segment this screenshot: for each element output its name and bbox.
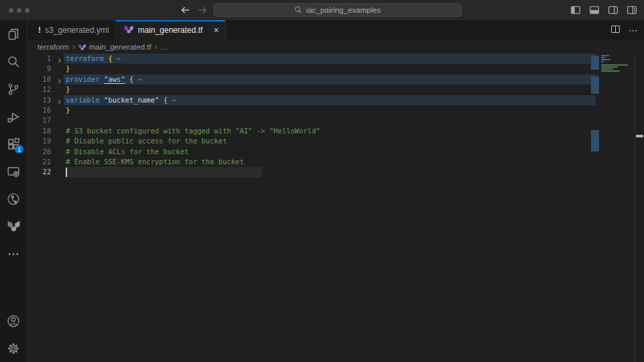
token-brace: } [66,106,70,114]
minimap-code-line [601,59,610,60]
code-text: } [66,84,70,95]
breadcrumb: terraform › main_generated.tf › … [28,40,644,54]
tab-main-generated-tf[interactable]: main_generated.tf × [116,20,226,40]
command-center-search[interactable]: iac_pairing_examples [213,3,462,17]
activity-settings-icon[interactable] [0,335,27,362]
breadcrumb-symbol-ellipsis[interactable]: … [160,43,168,51]
code-editor[interactable]: 1terraform { ⋯9}10provider "aws" { ⋯12}1… [28,54,635,362]
line-number: 21 [28,157,51,167]
minimap-code-line [601,57,605,58]
minimap-code-line [601,68,613,70]
breadcrumb-folder[interactable]: terraform [38,43,69,51]
activity-commit-graph-icon[interactable] [0,185,27,213]
search-text: iac_pairing_examples [306,6,380,14]
line-number: 22 [28,167,51,177]
chevron-right-icon: › [72,42,75,52]
minimap-selection-mark [591,56,599,70]
minimap[interactable] [591,54,635,362]
minimap-code-line [601,55,609,56]
terraform-file-icon [78,44,86,51]
activity-remote-explorer-icon[interactable] [0,158,27,185]
yaml-file-icon: ! [38,25,41,35]
code-line[interactable]: 20# Disable ACLs for the bucket [28,147,635,157]
token-fold: ⋯ [168,96,176,104]
line-number: 9 [28,64,51,74]
code-text: } [66,105,70,115]
code-text: # S3 bucket configured with tagged with … [66,126,320,136]
scrollbar-handle[interactable] [636,135,643,137]
code-line[interactable]: 19# Disable public access for the bucket [28,136,635,146]
line-number: 18 [28,126,51,136]
code-text: terraform { ⋯ [66,54,121,64]
more-actions-icon[interactable]: ⋯ [629,25,639,36]
toggle-panel-icon[interactable] [589,5,600,15]
activity-search-icon[interactable] [0,48,27,75]
activity-extensions-icon[interactable]: 1 [0,130,27,158]
token-cmt: # S3 bucket configured with tagged with … [66,127,320,135]
toggle-secondary-sidebar-icon[interactable] [608,5,619,15]
code-text: provider "aws" { ⋯ [66,74,142,84]
line-number: 19 [28,136,51,146]
editor-tab-bar: ! s3_generated.yml main_generated.tf × [28,20,644,40]
tab-label: main_generated.tf [138,25,203,35]
activity-bar: 1 [0,20,28,362]
line-number: 16 [28,105,51,115]
line-number: 13 [28,95,51,105]
code-line[interactable]: 1terraform { ⋯ [28,54,635,64]
code-line[interactable]: 13variable "bucket_name" { ⋯ [28,95,635,105]
navigate-forward-icon[interactable] [197,5,208,15]
token-kw: provider [66,75,104,83]
code-line[interactable]: 17 [28,115,635,125]
customize-layout-icon[interactable] [627,5,637,15]
token-kw: variable [66,96,104,104]
line-number: 17 [28,115,51,125]
code-line[interactable]: 18# S3 bucket configured with tagged wit… [28,126,635,136]
line-number: 10 [28,74,51,84]
minimap-selection-mark [591,76,599,94]
minimap-code-line [601,61,604,62]
current-line-highlight [65,167,262,177]
split-editor-icon[interactable] [610,24,621,37]
window-maximize-button[interactable] [25,8,30,13]
search-icon [294,5,303,15]
editor-sash[interactable] [635,54,635,362]
navigate-back-icon[interactable] [180,5,191,15]
code-line[interactable]: 10provider "aws" { ⋯ [28,74,635,84]
minimap-selection-mark [591,130,599,152]
code-line[interactable]: 22 [28,167,635,177]
token-link: "aws" [104,75,125,83]
window-controls[interactable] [9,8,30,13]
line-number: 20 [28,147,51,157]
code-line[interactable]: 21# Enable SSE-KMS encryption for the bu… [28,157,635,167]
code-text: } [66,64,70,74]
code-text: # Disable ACLs for the bucket [66,147,189,157]
window-minimize-button[interactable] [17,8,21,13]
breadcrumb-file[interactable]: main_generated.tf [89,43,152,51]
activity-source-control-icon[interactable] [0,75,27,103]
token-brace: } [66,64,70,72]
activity-more-icon[interactable] [0,240,27,267]
activity-run-debug-icon[interactable] [0,103,27,130]
window-close-button[interactable] [9,8,13,13]
close-tab-icon[interactable]: × [213,25,219,35]
code-text: # Disable public access for the bucket [66,136,227,146]
code-text: variable "bucket_name" { ⋯ [66,95,176,105]
line-number: 12 [28,84,51,95]
activity-accounts-icon[interactable] [0,307,27,335]
token-cmt: # Enable SSE-KMS encryption for the buck… [66,158,244,166]
line-number: 1 [28,54,51,64]
code-text: # Enable SSE-KMS encryption for the buck… [66,157,244,167]
code-line[interactable]: 9} [28,64,635,74]
text-cursor [66,168,67,177]
code-line[interactable]: 12} [28,84,635,95]
chevron-right-icon: › [154,42,157,52]
minimap-code-line [601,64,628,66]
toggle-primary-sidebar-icon[interactable] [570,5,581,15]
tab-label: s3_generated.yml [45,25,109,35]
tab-s3-generated-yml[interactable]: ! s3_generated.yml [30,20,116,40]
extensions-badge: 1 [15,145,23,154]
activity-terraform-icon[interactable] [0,213,27,240]
title-bar: iac_pairing_examples [0,0,644,20]
code-line[interactable]: 16} [28,105,635,115]
activity-explorer-icon[interactable] [0,20,27,48]
